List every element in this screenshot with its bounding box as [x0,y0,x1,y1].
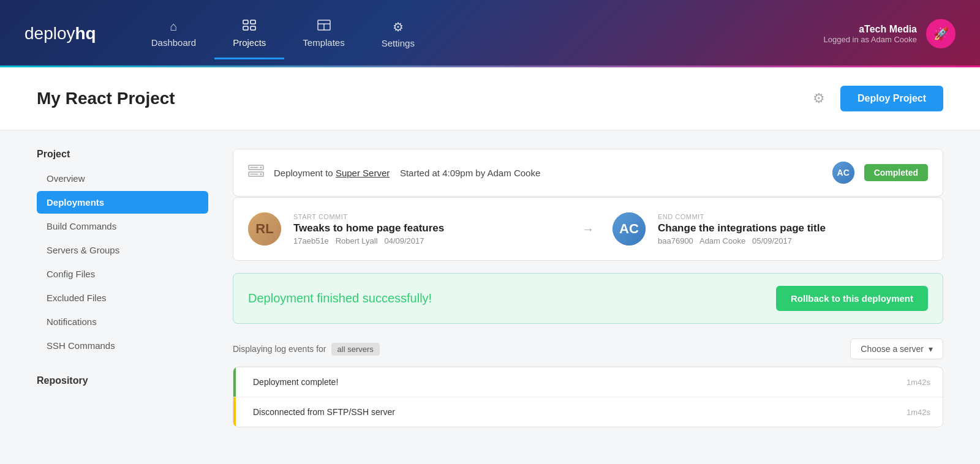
end-commit-info: END COMMIT Change the integrations page … [658,213,928,245]
nav-projects[interactable]: Projects [214,10,284,58]
sidebar-section-repository: Repository [37,375,208,386]
nav-templates[interactable]: Templates [284,10,363,58]
start-commit-date: 04/09/2017 [384,236,424,245]
log-header: Displaying log events for all servers Ch… [233,339,943,359]
logo-bold: hq [75,24,96,43]
choose-server-label: Choose a server [861,344,924,354]
rocket-icon: 🚀 [933,26,949,41]
log-indicator-green [233,367,236,397]
user-sub: Logged in as Adam Cooke [824,35,918,44]
gear-icon: ⚙ [813,91,825,107]
main-nav: ⌂ Dashboard Projects [133,10,824,58]
log-container: Deployment complete! 1m42s Disconnected … [233,367,943,427]
svg-rect-0 [243,20,248,24]
end-commit-hash: baa76900 [658,236,693,245]
log-entry-text: Deployment complete! [246,377,907,387]
sidebar-item-excluded-files[interactable]: Excluded Files [37,286,208,309]
deployment-started-text: Started at 4:09pm by Adam Cooke [400,168,540,178]
svg-point-9 [260,167,262,168]
svg-rect-1 [251,20,255,24]
choose-server-dropdown[interactable]: Choose a server ▾ [850,339,943,359]
sidebar-item-overview[interactable]: Overview [37,167,208,190]
dropdown-chevron-icon: ▾ [929,344,933,354]
start-commit-message: Tweaks to home page features [293,222,564,234]
log-entry: Deployment complete! 1m42s [233,367,943,397]
log-prefix: Displaying log events for [233,344,326,354]
deploy-project-button[interactable]: Deploy Project [840,86,943,111]
user-info: aTech Media Logged in as Adam Cooke [824,24,918,44]
success-message: Deployment finished successfully! [248,291,432,305]
header-user: aTech Media Logged in as Adam Cooke 🚀 [824,19,956,48]
status-badge: Completed [864,164,928,181]
nav-dashboard[interactable]: ⌂ Dashboard [133,10,214,58]
log-entry: Disconnected from SFTP/SSH server 1m42s [233,397,943,427]
nav-settings[interactable]: ⚙ Settings [363,10,433,58]
page-header-actions: ⚙ Deploy Project [807,86,943,111]
content-area: Deployment to Super Server Started at 4:… [233,149,943,427]
server-icon [248,165,264,181]
home-icon: ⌂ [170,20,177,34]
end-commit-date: 05/09/2017 [752,236,792,245]
end-commit-avatar: AC [612,212,646,245]
settings-icon: ⚙ [393,20,404,34]
commit-arrow-icon: → [582,222,594,236]
server-link[interactable]: Super Server [336,168,390,178]
success-banner: Deployment finished successfully! Rollba… [233,273,943,324]
log-indicator-yellow [233,397,236,427]
deployment-header-card: Deployment to Super Server Started at 4:… [233,149,943,196]
log-header-text: Displaying log events for all servers [233,343,380,356]
log-entry-text: Disconnected from SFTP/SSH server [246,407,907,417]
sidebar-item-servers-groups[interactable]: Servers & Groups [37,239,208,261]
rollback-button[interactable]: Rollback to this deployment [776,286,928,311]
nav-settings-label: Settings [382,38,415,48]
end-commit-label: END COMMIT [658,213,928,220]
all-servers-badge[interactable]: all servers [331,343,380,356]
settings-gear-button[interactable]: ⚙ [807,86,831,111]
main-header: deployhq ⌂ Dashboard Projects [0,0,980,67]
user-name: aTech Media [824,24,918,35]
svg-rect-3 [251,26,255,30]
nav-dashboard-label: Dashboard [151,37,196,48]
end-commit-author: Adam Cooke [699,236,745,245]
end-commit-message: Change the integrations page title [658,222,928,234]
rocket-button[interactable]: 🚀 [926,19,956,48]
svg-rect-2 [243,26,248,30]
deployment-header-text: Deployment to Super Server Started at 4:… [274,168,823,178]
nav-projects-label: Projects [233,37,266,48]
end-commit-meta: baa76900 Adam Cooke 05/09/2017 [658,236,928,245]
projects-icon [243,20,256,34]
sidebar-item-ssh-commands[interactable]: SSH Commands [37,334,208,357]
robert-avatar-face: RL [248,212,281,245]
adam-commit-avatar-face: AC [612,212,646,245]
commit-section: RL START COMMIT Tweaks to home page feat… [233,197,943,261]
start-commit-label: START COMMIT [293,213,564,220]
sidebar-item-build-commands[interactable]: Build Commands [37,215,208,238]
log-entry-time: 1m42s [907,408,930,417]
start-commit-author: Robert Lyall [336,236,378,245]
adam-avatar-face: AC [832,162,854,184]
start-commit-meta: 17aeb51e Robert Lyall 04/09/2017 [293,236,564,245]
start-commit-avatar: RL [248,212,281,245]
logo[interactable]: deployhq [24,24,96,43]
log-entry-time: 1m42s [907,378,930,387]
page-header: My React Project ⚙ Deploy Project [0,67,980,130]
start-commit-hash: 17aeb51e [293,236,329,245]
page-title: My React Project [37,89,175,108]
main-content: Project Overview Deployments Build Comma… [0,130,980,446]
templates-icon [317,20,331,34]
sidebar-item-notifications[interactable]: Notifications [37,310,208,333]
sidebar-item-deployments[interactable]: Deployments [37,191,208,214]
svg-point-10 [260,173,262,175]
sidebar: Project Overview Deployments Build Comma… [37,149,208,427]
deployment-user-avatar: AC [832,162,854,184]
nav-templates-label: Templates [303,37,344,48]
sidebar-section-project: Project [37,149,208,160]
logo-light: deploy [24,24,75,43]
sidebar-item-config-files[interactable]: Config Files [37,263,208,285]
start-commit-info: START COMMIT Tweaks to home page feature… [293,213,564,245]
